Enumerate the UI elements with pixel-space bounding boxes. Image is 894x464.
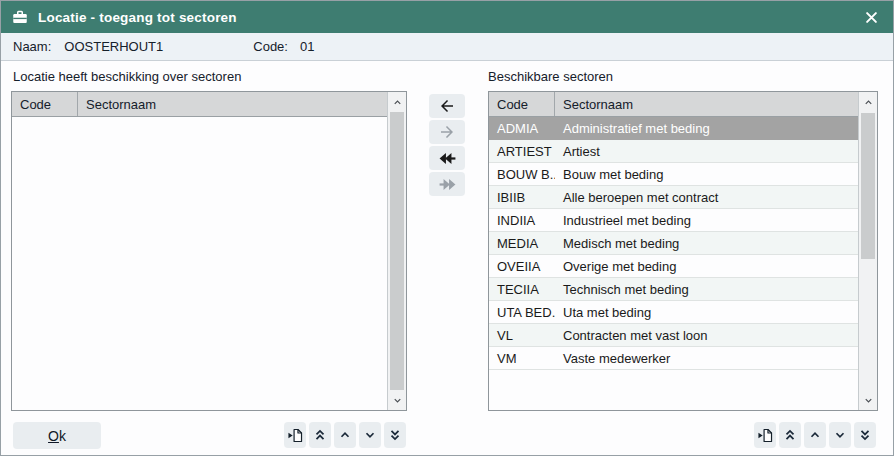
available-sectors-label: Beschikbare sectoren [488, 69, 613, 84]
table-row[interactable]: BOUW B...Bouw met beding [489, 163, 858, 186]
first-record-button[interactable] [779, 422, 801, 448]
move-right-button[interactable] [429, 120, 465, 144]
double-chevron-down-icon [388, 428, 402, 442]
table-row[interactable]: INDIIAIndustrieel met beding [489, 209, 858, 232]
table-row[interactable]: ADMIAAdministratief met beding [489, 117, 858, 140]
row-code: BOUW B... [489, 167, 555, 182]
goto-record-icon [287, 427, 304, 444]
column-header-code: Code [12, 92, 78, 116]
column-header-code: Code [489, 92, 555, 116]
titlebar: Locatie - toegang tot sectoren [1, 1, 893, 33]
row-sectornaam: Alle beroepen met contract [555, 190, 858, 205]
move-all-right-button[interactable] [429, 172, 465, 196]
column-header-sectornaam: Sectornaam [78, 92, 387, 116]
arrow-right-icon [438, 123, 456, 141]
row-code: INDIIA [489, 213, 555, 228]
table-row[interactable]: VLContracten met vast loon [489, 324, 858, 347]
table-body: ADMIAAdministratief met bedingARTIESTArt… [489, 117, 858, 370]
ok-button[interactable]: Ok [13, 422, 101, 449]
code-value: 01 [300, 39, 314, 54]
double-arrow-right-icon [438, 175, 457, 194]
chevron-up-icon [863, 97, 874, 108]
row-sectornaam: Artiest [555, 144, 858, 159]
row-code: MEDIA [489, 236, 555, 251]
name-label: Naam: [13, 39, 51, 54]
last-record-button[interactable] [854, 422, 876, 448]
vertical-scrollbar[interactable] [387, 92, 406, 410]
close-button[interactable] [859, 5, 883, 29]
table-row[interactable]: TECIIATechnisch met beding [489, 278, 858, 301]
row-sectornaam: Bouw met beding [555, 167, 858, 182]
column-header-sectornaam: Sectornaam [555, 92, 858, 116]
scroll-up-button[interactable] [388, 92, 406, 112]
previous-record-button[interactable] [334, 422, 356, 448]
window-title: Locatie - toegang tot sectoren [38, 10, 237, 25]
scrollbar-thumb[interactable] [861, 113, 875, 259]
double-arrow-left-icon [438, 149, 457, 168]
vertical-scrollbar[interactable] [858, 92, 877, 410]
double-chevron-up-icon [783, 428, 797, 442]
dialog-window: Locatie - toegang tot sectoren Naam: OOS… [0, 0, 894, 456]
chevron-up-icon [392, 97, 403, 108]
row-sectornaam: Technisch met beding [555, 282, 858, 297]
row-sectornaam: Overige met beding [555, 259, 858, 274]
row-sectornaam: Contracten met vast loon [555, 328, 858, 343]
move-left-button[interactable] [429, 94, 465, 118]
close-icon [864, 10, 879, 25]
goto-record-button[interactable] [754, 422, 776, 448]
scroll-down-button[interactable] [388, 390, 406, 410]
info-bar: Naam: OOSTERHOUT1 Code: 01 [1, 33, 893, 61]
chevron-down-icon [833, 428, 847, 442]
scroll-up-button[interactable] [859, 92, 877, 112]
table-row[interactable]: VMVaste medewerker [489, 347, 858, 370]
next-record-button[interactable] [829, 422, 851, 448]
row-sectornaam: Medisch met beding [555, 236, 858, 251]
goto-record-icon [757, 427, 774, 444]
table-row[interactable]: OVEIIAOverige met beding [489, 255, 858, 278]
row-sectornaam: Industrieel met beding [555, 213, 858, 228]
chevron-up-icon [338, 428, 352, 442]
row-code: VM [489, 351, 555, 366]
assigned-sectors-list: Code Sectornaam [11, 91, 407, 411]
table-row[interactable]: UTA BED...Uta met beding [489, 301, 858, 324]
scroll-down-button[interactable] [859, 390, 877, 410]
row-code: VL [489, 328, 555, 343]
row-code: UTA BED... [489, 305, 555, 320]
row-code: OVEIIA [489, 259, 555, 274]
table-row[interactable]: ARTIESTArtiest [489, 140, 858, 163]
row-code: ARTIEST [489, 144, 555, 159]
row-code: ADMIA [489, 121, 555, 136]
assigned-sectors-label: Locatie heeft beschikking over sectoren [13, 69, 241, 84]
next-record-button[interactable] [359, 422, 381, 448]
first-record-button[interactable] [309, 422, 331, 448]
goto-record-button[interactable] [284, 422, 306, 448]
table-header: Code Sectornaam [489, 92, 858, 117]
chevron-down-icon [392, 395, 403, 406]
scrollbar-thumb[interactable] [390, 112, 404, 390]
code-label: Code: [253, 39, 288, 54]
chevron-up-icon [808, 428, 822, 442]
arrow-left-icon [438, 97, 456, 115]
table-row[interactable]: MEDIAMedisch met beding [489, 232, 858, 255]
double-chevron-down-icon [858, 428, 872, 442]
briefcase-icon [11, 8, 29, 26]
table-row[interactable]: IBIIBAlle beroepen met contract [489, 186, 858, 209]
row-code: IBIIB [489, 190, 555, 205]
ok-button-label: Ok [48, 428, 66, 444]
previous-record-button[interactable] [804, 422, 826, 448]
record-nav-right [754, 422, 876, 448]
row-sectornaam: Administratief met beding [555, 121, 858, 136]
row-sectornaam: Uta met beding [555, 305, 858, 320]
transfer-buttons [429, 94, 465, 196]
double-chevron-up-icon [313, 428, 327, 442]
chevron-down-icon [863, 395, 874, 406]
table-header: Code Sectornaam [12, 92, 387, 117]
available-sectors-list: Code Sectornaam ADMIAAdministratief met … [488, 91, 878, 411]
move-all-left-button[interactable] [429, 146, 465, 170]
last-record-button[interactable] [384, 422, 406, 448]
chevron-down-icon [363, 428, 377, 442]
name-value: OOSTERHOUT1 [64, 39, 163, 54]
row-code: TECIIA [489, 282, 555, 297]
record-nav-left [284, 422, 406, 448]
row-sectornaam: Vaste medewerker [555, 351, 858, 366]
